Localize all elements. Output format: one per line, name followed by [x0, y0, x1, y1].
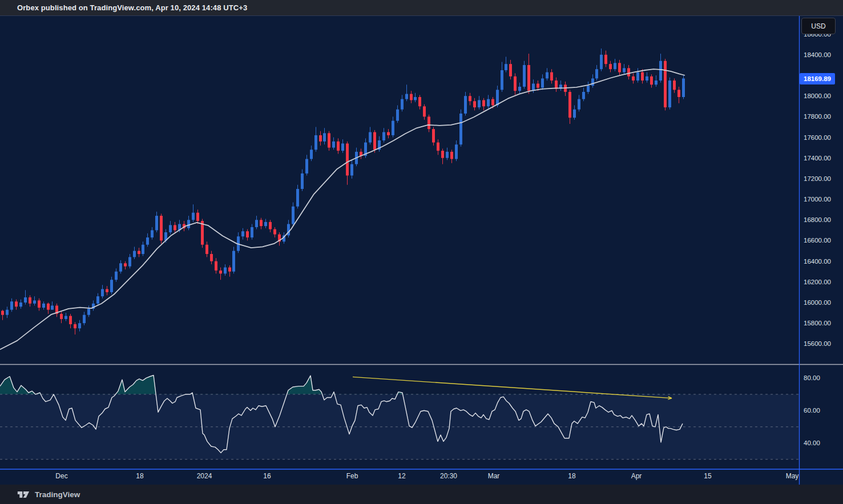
current-price-label: 18169.89	[800, 73, 835, 84]
tradingview-chart-page: Orbex published on TradingView.com, Apr …	[0, 0, 843, 504]
svg-text:May: May	[786, 472, 799, 480]
svg-text:18400.00: 18400.00	[804, 51, 831, 58]
svg-text:40.00: 40.00	[804, 440, 820, 446]
svg-text:17600.00: 17600.00	[804, 134, 831, 141]
svg-text:15600.00: 15600.00	[804, 340, 831, 347]
svg-text:16400.00: 16400.00	[804, 258, 831, 265]
tradingview-logo-icon[interactable]	[17, 490, 30, 499]
svg-text:Apr: Apr	[631, 472, 642, 480]
svg-text:16600.00: 16600.00	[804, 237, 831, 244]
svg-text:Mar: Mar	[488, 472, 500, 480]
footer-bar: TradingView	[0, 485, 843, 504]
svg-text:2024: 2024	[197, 472, 212, 480]
svg-text:17000.00: 17000.00	[804, 196, 831, 203]
svg-text:20:30: 20:30	[440, 472, 457, 480]
svg-text:16200.00: 16200.00	[804, 279, 831, 285]
svg-text:18: 18	[568, 472, 576, 480]
svg-text:17200.00: 17200.00	[804, 175, 831, 182]
svg-text:18: 18	[136, 472, 144, 480]
chart-canvas[interactable]: 15600.0015800.0016000.0016200.0016400.00…	[0, 16, 843, 485]
attribution-bar: Orbex published on TradingView.com, Apr …	[0, 0, 843, 16]
svg-text:60.00: 60.00	[804, 407, 820, 414]
svg-text:15800.00: 15800.00	[804, 320, 831, 326]
svg-text:15: 15	[704, 472, 712, 480]
svg-text:16: 16	[263, 472, 271, 480]
svg-text:17800.00: 17800.00	[804, 113, 831, 120]
svg-text:12: 12	[398, 472, 406, 480]
svg-text:Feb: Feb	[346, 472, 358, 480]
currency-button[interactable]: USD	[801, 18, 836, 34]
svg-text:17400.00: 17400.00	[804, 155, 831, 162]
svg-text:16000.00: 16000.00	[804, 299, 831, 306]
svg-text:80.00: 80.00	[804, 374, 820, 381]
attribution-text: Orbex published on TradingView.com, Apr …	[17, 3, 247, 12]
brand-text[interactable]: TradingView	[35, 490, 80, 499]
svg-text:18000.00: 18000.00	[804, 92, 831, 99]
svg-text:Dec: Dec	[55, 472, 67, 480]
svg-text:16800.00: 16800.00	[804, 216, 831, 223]
